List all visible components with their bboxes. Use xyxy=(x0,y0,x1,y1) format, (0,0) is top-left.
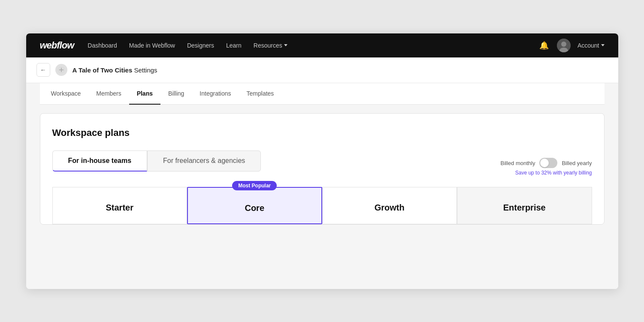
account-menu[interactable]: Account xyxy=(577,42,605,49)
nav-links: Dashboard Made in Webflow Designers Lear… xyxy=(88,42,538,49)
site-icon xyxy=(55,64,67,76)
tabs-bar: Workspace Members Plans Billing Integrat… xyxy=(40,83,605,105)
plan-core-name: Core xyxy=(197,200,313,213)
billing-save-link[interactable]: Save up to 32% with yearly billing xyxy=(515,170,592,176)
tab-integrations[interactable]: Integrations xyxy=(192,83,239,105)
plan-growth-name: Growth xyxy=(331,199,448,213)
most-popular-badge: Most Popular xyxy=(232,181,277,190)
page-title: A Tale of Two Cities Settings xyxy=(73,66,157,74)
billing-toggle-area: Billed monthly Billed yearly Save up to … xyxy=(500,158,592,176)
plan-enterprise[interactable]: Enterprise xyxy=(457,187,592,224)
plans-grid: Starter Most Popular Core Growth Enterpr… xyxy=(52,184,592,224)
tab-freelancers-agencies[interactable]: For freelancers & agencies xyxy=(147,150,261,172)
billing-monthly-label: Billed monthly xyxy=(500,160,535,166)
nav-resources[interactable]: Resources xyxy=(254,42,287,49)
toggle-knob xyxy=(540,159,549,167)
plan-starter[interactable]: Starter xyxy=(52,187,187,224)
tab-billing[interactable]: Billing xyxy=(160,83,192,105)
tab-workspace[interactable]: Workspace xyxy=(43,83,89,105)
nav-made-in-webflow[interactable]: Made in Webflow xyxy=(129,42,175,49)
account-chevron-icon xyxy=(601,44,605,46)
tab-members[interactable]: Members xyxy=(88,83,129,105)
webflow-logo: webflow xyxy=(40,40,74,51)
plan-core[interactable]: Most Popular Core xyxy=(187,187,322,224)
nav-right: 🔔 Account xyxy=(538,39,605,52)
sub-header: ← A Tale of Two Cities Settings xyxy=(26,57,618,83)
plan-enterprise-name: Enterprise xyxy=(466,199,583,213)
workspace-plans-card: Workspace plans For in-house teams For f… xyxy=(40,113,605,225)
notification-bell-icon[interactable]: 🔔 xyxy=(538,39,550,51)
plan-type-tabs: For in-house teams For freelancers & age… xyxy=(52,150,261,172)
plan-growth[interactable]: Growth xyxy=(322,187,457,224)
plan-tabs-row: For in-house teams For freelancers & age… xyxy=(52,150,592,184)
card-title: Workspace plans xyxy=(52,127,592,138)
nav-learn[interactable]: Learn xyxy=(226,42,242,49)
avatar[interactable] xyxy=(557,39,571,52)
nav-designers[interactable]: Designers xyxy=(187,42,214,49)
back-button[interactable]: ← xyxy=(36,63,50,77)
tab-templates[interactable]: Templates xyxy=(239,83,282,105)
top-nav: webflow Dashboard Made in Webflow Design… xyxy=(26,33,618,57)
main-content: Workspace Members Plans Billing Integrat… xyxy=(26,83,618,289)
nav-dashboard[interactable]: Dashboard xyxy=(88,42,117,49)
resources-chevron-icon xyxy=(284,44,287,46)
tab-plans[interactable]: Plans xyxy=(129,83,160,105)
tab-inhouse-teams[interactable]: For in-house teams xyxy=(52,150,148,172)
plan-starter-name: Starter xyxy=(61,199,178,213)
billing-yearly-label: Billed yearly xyxy=(562,160,592,166)
avatar-image xyxy=(557,39,571,52)
billing-toggle[interactable] xyxy=(539,158,557,168)
site-icon-image xyxy=(57,66,65,74)
svg-point-1 xyxy=(561,42,566,47)
billing-info: Billed monthly Billed yearly Save up to … xyxy=(500,158,592,176)
browser-window: webflow Dashboard Made in Webflow Design… xyxy=(26,33,618,289)
